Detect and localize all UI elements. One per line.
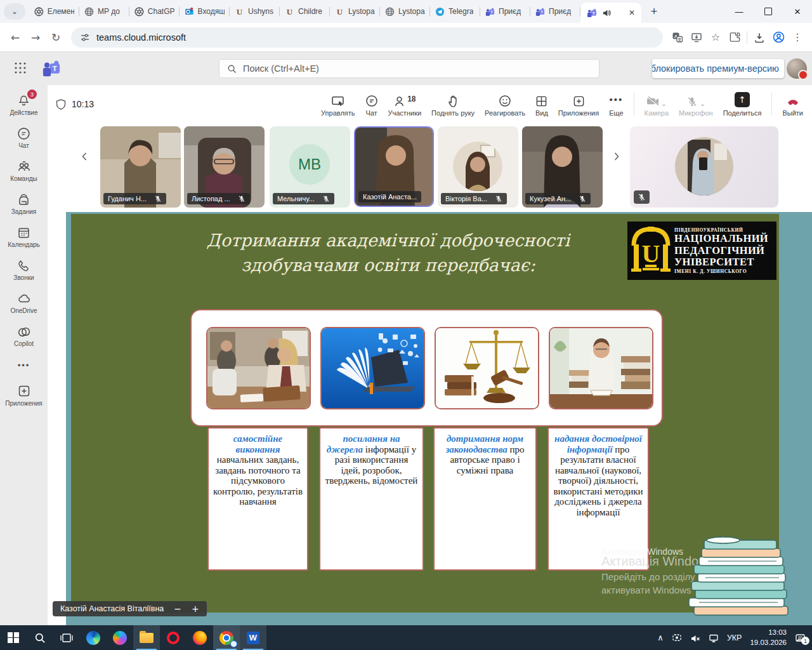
search-icon	[34, 632, 46, 644]
participant-name-badge: Мельничу...	[273, 193, 334, 204]
teams-search-input[interactable]: Поиск (Ctrl+Alt+E)	[219, 59, 599, 78]
taskbar-copilot-button[interactable]	[107, 625, 133, 650]
taskbar-word-button[interactable]: W	[240, 625, 266, 650]
avatar[interactable]	[787, 58, 807, 79]
browser-tab[interactable]: Входящ	[180, 1, 230, 22]
participant-tile[interactable]: Листопад ...	[184, 126, 265, 208]
zoom-in-button[interactable]: +	[192, 604, 199, 614]
view-button[interactable]: Вид	[535, 92, 548, 117]
site-settings-icon[interactable]	[80, 32, 90, 43]
sidebar-item-calls[interactable]: Звонки	[0, 258, 48, 281]
extensions-icon[interactable]	[725, 31, 744, 43]
downloads-icon[interactable]	[750, 32, 769, 43]
leave-button[interactable]: Выйти	[782, 92, 803, 117]
browser-tab[interactable]: Childre	[280, 1, 330, 22]
start-button[interactable]	[0, 625, 27, 650]
apps-button[interactable]: Приложения	[558, 92, 599, 117]
sidebar-item-assignments[interactable]: Задания	[0, 192, 48, 215]
taskbar-chrome-button-active[interactable]	[213, 625, 240, 650]
taskbar-firefox-button[interactable]	[187, 625, 213, 650]
translate-icon[interactable]	[668, 32, 687, 43]
share-button[interactable]: ↑ Поделиться	[723, 92, 762, 117]
copilot-icon	[17, 325, 30, 338]
tab-close-icon[interactable]: ✕	[629, 8, 635, 17]
tab-search-button[interactable]: ⌄	[4, 3, 25, 20]
browser-tab[interactable]: Lystopa	[330, 1, 380, 22]
camera-button[interactable]: ⌄ Камера	[645, 92, 669, 117]
bookmark-star-icon[interactable]: ☆	[706, 31, 725, 43]
profile-icon[interactable]	[769, 31, 788, 43]
tab-label: Lystopa	[398, 7, 425, 16]
language-indicator[interactable]: УКР	[727, 633, 742, 642]
manage-button[interactable]: Управлять	[321, 92, 355, 117]
browser-tab[interactable]: Приєд	[530, 1, 580, 22]
browser-menu-icon[interactable]: ⋮	[788, 31, 807, 43]
reload-icon[interactable]: ↻	[46, 31, 66, 44]
forward-icon[interactable]: →	[25, 31, 46, 44]
participant-tile[interactable]: МВ Мельничу...	[270, 126, 350, 208]
chevron-down-icon[interactable]: ⌄	[661, 100, 666, 107]
participant-tile[interactable]: Гуданич Н...	[100, 126, 181, 208]
participants-button[interactable]: 18 Участники	[388, 92, 422, 117]
browser-tab[interactable]: Приєд	[480, 1, 530, 22]
browser-tab[interactable]: Lystopa	[380, 1, 430, 22]
unlock-premium-button[interactable]: зблокировать премиум-версию	[652, 59, 784, 78]
window-maximize-button[interactable]	[754, 0, 783, 23]
more-button[interactable]: ••• Еще	[609, 92, 623, 117]
mic-off-icon	[495, 195, 502, 202]
browser-tab[interactable]: Ushyns	[230, 1, 280, 22]
sidebar-item-onedrive[interactable]: OneDrive	[0, 291, 48, 314]
window-minimize-button[interactable]: —	[724, 0, 754, 23]
browser-tab[interactable]: Елемен	[29, 1, 79, 22]
tray-expand-icon[interactable]: ∧	[657, 633, 664, 642]
notifications-button[interactable]: 1	[795, 633, 806, 642]
sidebar-item-calendar[interactable]: Календарь	[0, 225, 48, 248]
participant-strip: Гуданич Н... Листопад ... МВ Мельничу...	[48, 123, 812, 212]
sidebar-item-chat[interactable]: Чат	[0, 126, 48, 149]
scroll-left-icon[interactable]	[79, 151, 90, 162]
tab-label: Telegra	[449, 7, 473, 16]
image-students-studying	[206, 327, 311, 409]
teams-header: Поиск (Ctrl+Alt+E) зблокировать премиум-…	[0, 52, 812, 85]
taskbar-opera-button[interactable]	[160, 625, 187, 650]
tab-audio-speaker-icon[interactable]	[602, 8, 612, 18]
browser-tab[interactable]: МР до	[79, 1, 129, 22]
participant-tile[interactable]: Кукузей Ан...	[522, 126, 603, 208]
taskbar-search-button[interactable]	[27, 625, 53, 650]
network-icon[interactable]	[709, 633, 719, 642]
react-button[interactable]: Реагировать	[485, 92, 525, 117]
sidebar-item-teams[interactable]: Команды	[0, 159, 48, 182]
taskbar-explorer-button[interactable]	[133, 625, 160, 650]
raise-hand-button[interactable]: Поднять руку	[431, 92, 475, 117]
app-launcher-waffle-icon[interactable]	[14, 62, 27, 74]
new-tab-button[interactable]: +	[645, 3, 663, 20]
back-icon[interactable]: ←	[5, 31, 25, 44]
share-arrow-icon: ↑	[735, 92, 750, 107]
smiley-icon	[499, 95, 511, 107]
browser-tab-active[interactable]: ✕	[580, 3, 641, 23]
participant-tile-wide[interactable]	[630, 126, 778, 208]
address-bar[interactable]: teams.cloud.microsoft	[71, 27, 663, 48]
chevron-down-icon[interactable]: ⌄	[700, 100, 705, 107]
scroll-right-icon[interactable]	[611, 151, 622, 162]
hang-up-icon	[786, 95, 800, 107]
shield-icon	[55, 98, 67, 110]
taskbar-clock[interactable]: 13:03 19.03.2026	[750, 628, 787, 647]
zoom-out-button[interactable]: −	[174, 604, 181, 614]
task-view-button[interactable]	[53, 625, 80, 650]
mic-button[interactable]: ⌄ Микрофон	[679, 92, 713, 117]
screen-record-icon[interactable]	[672, 633, 682, 643]
participant-tile-active-speaker[interactable]: Казотій Анаста...	[354, 126, 434, 207]
taskbar-edge-button[interactable]	[80, 625, 107, 650]
participant-tile[interactable]: Вікторія Ва...	[438, 126, 518, 208]
sidebar-more-icon[interactable]: •••	[18, 361, 30, 370]
volume-muted-icon[interactable]	[690, 633, 700, 642]
browser-tab[interactable]: Telegra	[430, 1, 480, 22]
sidebar-item-apps[interactable]: Приложения	[0, 383, 48, 407]
window-close-button[interactable]: ✕	[783, 0, 812, 23]
browser-tab[interactable]: ChatGP	[129, 1, 180, 22]
sidebar-item-copilot[interactable]: Copilot	[0, 324, 48, 347]
sidebar-item-activity[interactable]: 3 Действие	[0, 93, 48, 116]
install-app-icon[interactable]	[687, 32, 706, 43]
chat-button[interactable]: Чат	[365, 92, 378, 117]
